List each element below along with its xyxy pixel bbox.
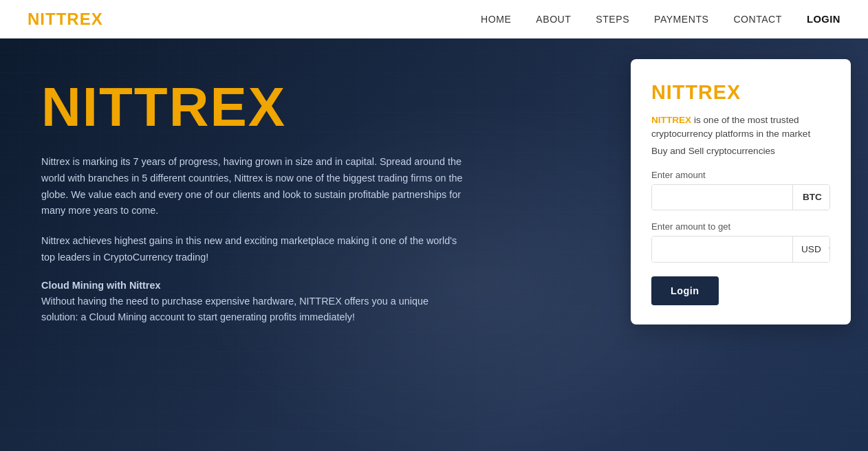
nav-link-home[interactable]: HOME xyxy=(481,14,511,25)
nav-item-about[interactable]: ABOUT xyxy=(536,13,571,25)
nav-link-about[interactable]: ABOUT xyxy=(536,14,571,25)
card-tagline: Buy and Sell cryptocurrencies xyxy=(651,146,830,156)
get-amount-input[interactable] xyxy=(652,236,792,262)
nav-item-steps[interactable]: STEPS xyxy=(596,13,629,25)
card-description: NITTREX is one of the most trusted crypt… xyxy=(651,113,830,142)
hero-brand-title: NITTREX xyxy=(41,80,600,135)
nav-link-contact[interactable]: CONTACT xyxy=(733,14,782,25)
hero-cloud-title: Cloud Mining with Nittrex xyxy=(41,280,600,291)
currency-select[interactable]: USD EUR GBP ETH xyxy=(792,236,830,262)
hero-right-card-container: NITTREX NITTREX is one of the most trust… xyxy=(634,38,868,451)
card-login-button[interactable]: Login xyxy=(651,276,719,305)
nav-item-contact[interactable]: CONTACT xyxy=(733,13,782,25)
nav-link-payments[interactable]: PAYMENTS xyxy=(654,14,708,25)
nav-item-login[interactable]: LOGIN xyxy=(807,13,840,25)
nav-links: HOME ABOUT STEPS PAYMENTS CONTACT LOGIN xyxy=(481,13,840,25)
card-title: NITTREX xyxy=(651,81,830,104)
nav-link-login[interactable]: LOGIN xyxy=(807,14,840,25)
card-label-amount: Enter amount xyxy=(651,170,830,180)
nav-item-payments[interactable]: PAYMENTS xyxy=(654,13,708,25)
hero-left-content: NITTREX Nittrex is marking its 7 years o… xyxy=(0,38,634,451)
amount-input-row: BTC xyxy=(651,184,830,210)
nav-link-steps[interactable]: STEPS xyxy=(596,14,629,25)
nav-logo[interactable]: NITTREX xyxy=(28,10,103,29)
hero-description-1: Nittrex is marking its 7 years of progre… xyxy=(41,154,481,219)
card-brand-inline: NITTREX xyxy=(651,115,691,125)
hero-section: NITTREX Nittrex is marking its 7 years o… xyxy=(0,38,868,451)
amount-input[interactable] xyxy=(652,185,792,210)
login-card: NITTREX NITTREX is one of the most trust… xyxy=(631,59,851,324)
hero-description-2: Nittrex achieves highest gains in this n… xyxy=(41,233,468,266)
navbar: NITTREX HOME ABOUT STEPS PAYMENTS CONTAC… xyxy=(0,0,868,38)
get-amount-row: USD EUR GBP ETH xyxy=(651,236,830,263)
card-label-get: Enter amount to get xyxy=(651,221,830,232)
nav-item-home[interactable]: HOME xyxy=(481,13,511,25)
hero-cloud-desc: Without having the need to purchase expe… xyxy=(41,294,454,327)
btc-badge: BTC xyxy=(792,185,830,210)
